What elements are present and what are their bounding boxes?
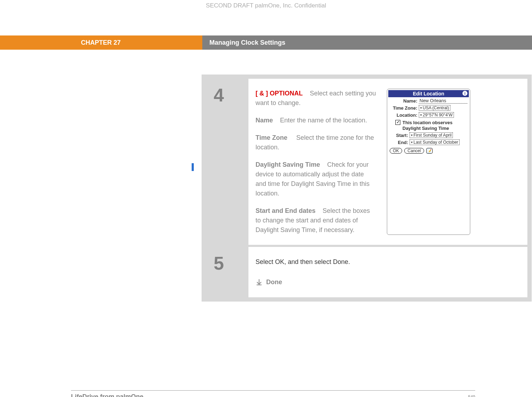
step-5-text: Select OK, and then select Done. Done: [256, 257, 350, 287]
step-5: 5 Select OK, and then select Done. Done: [206, 247, 527, 297]
dst-label: Daylight Saving Time: [256, 161, 320, 168]
edit-location-dialog: Edit Location i Name: New Orleans Time Z…: [387, 89, 470, 235]
chapter-number: CHAPTER 27: [0, 35, 202, 50]
steps-container: 4 [ & ] OPTIONAL Select each setting you…: [202, 75, 532, 302]
confidential-header: SECOND DRAFT palmOne, Inc. Confidential: [0, 2, 532, 9]
step-number: 5: [206, 247, 248, 297]
timezone-label: Time Zone: [256, 134, 287, 141]
dates-label: Start and End dates: [256, 207, 316, 214]
field-end-label: End:: [390, 140, 408, 145]
footer-product: LifeDrive from palmOne: [71, 393, 143, 397]
checkbox-icon[interactable]: ✓: [395, 120, 400, 125]
field-loc-value[interactable]: 29°57'N 90°4'W: [419, 112, 454, 118]
down-arrow-icon: [256, 279, 263, 286]
chapter-title: Managing Clock Settings: [202, 35, 532, 50]
note-icon[interactable]: 📝: [426, 148, 433, 154]
step-body: [ & ] OPTIONAL Select each setting you w…: [248, 79, 527, 245]
dialog-title-text: Edit Location: [413, 91, 444, 97]
name-label: Name: [256, 117, 273, 124]
step-4: 4 [ & ] OPTIONAL Select each setting you…: [206, 79, 527, 245]
footer-divider: [71, 390, 475, 391]
field-loc-label: Location:: [390, 112, 417, 118]
change-bar-icon: [192, 163, 194, 171]
field-start-value[interactable]: First Sunday of April: [410, 132, 453, 138]
chapter-bar: CHAPTER 27 Managing Clock Settings: [0, 35, 532, 50]
info-icon[interactable]: i: [462, 91, 467, 96]
done-row: Done: [256, 277, 350, 287]
field-tz-value[interactable]: USA (Central): [419, 105, 450, 111]
field-name-label: Name:: [390, 98, 417, 104]
dst-checkbox-row[interactable]: ✓ This location observes Daylight Saving…: [388, 118, 469, 132]
field-name-value[interactable]: New Orleans: [419, 98, 467, 104]
step-5-instruction: Select OK, and then select Done.: [256, 257, 350, 267]
field-end-value[interactable]: Last Sunday of October: [410, 139, 460, 145]
step-4-text: [ & ] OPTIONAL Select each setting you w…: [256, 89, 376, 235]
optional-bracket: [ & ]: [256, 90, 268, 97]
name-desc: Enter the name of the location.: [280, 117, 367, 124]
step-body: Select OK, and then select Done. Done: [248, 247, 527, 297]
dst-check-text: This location observes Daylight Saving T…: [402, 120, 467, 131]
optional-label: OPTIONAL: [270, 90, 303, 97]
field-tz-label: Time Zone:: [390, 105, 417, 111]
cancel-button[interactable]: Cancel: [404, 148, 424, 154]
done-label: Done: [266, 277, 282, 287]
ok-button[interactable]: OK: [390, 148, 402, 154]
footer-page-number: 549: [468, 395, 475, 397]
step-number: 4: [206, 79, 248, 245]
field-start-label: Start:: [390, 133, 408, 138]
dialog-title: Edit Location i: [388, 90, 469, 97]
